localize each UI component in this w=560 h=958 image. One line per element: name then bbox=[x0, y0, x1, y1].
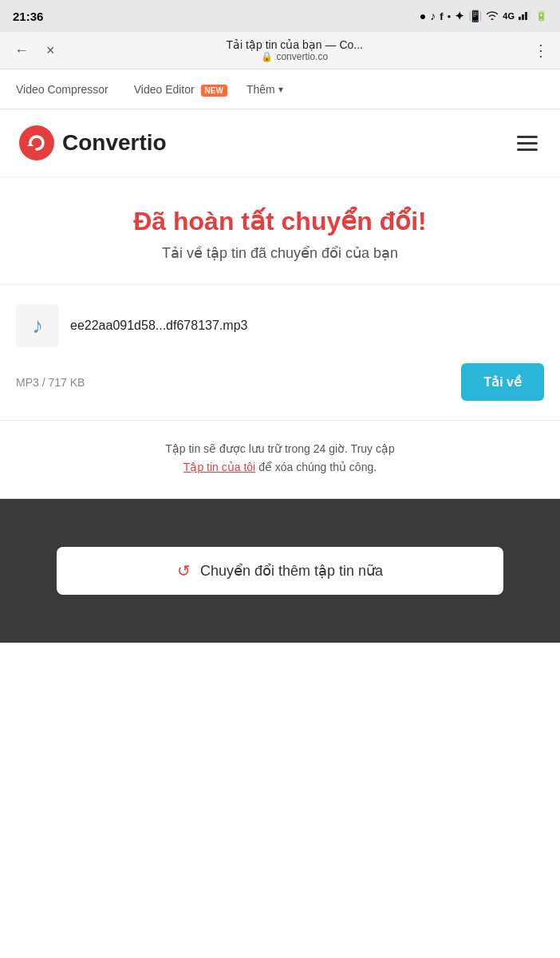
hero-section: Đã hoàn tất chuyển đổi! Tải về tập tin đ… bbox=[0, 177, 560, 285]
browser-url[interactable]: 🔒 convertio.co bbox=[261, 51, 328, 62]
hero-subtitle: Tải về tập tin đã chuyển đổi của bạn bbox=[19, 244, 541, 262]
svg-rect-0 bbox=[519, 17, 521, 20]
file-name: ee22aa091d58...df678137.mp3 bbox=[70, 319, 247, 333]
nav-video-editor-label: Video Editor bbox=[134, 83, 195, 96]
after-link-text: để xóa chúng thủ công. bbox=[258, 461, 377, 473]
status-time: 21:36 bbox=[13, 10, 43, 23]
svg-rect-2 bbox=[525, 12, 527, 20]
nav-item-video-compressor[interactable]: Video Compressor bbox=[13, 72, 121, 107]
hamburger-line-1 bbox=[517, 136, 538, 138]
back-button[interactable]: ← bbox=[10, 39, 34, 62]
hamburger-menu-button[interactable] bbox=[514, 133, 541, 154]
browser-bar: ← × Tải tập tin của bạn — Co... 🔒 conver… bbox=[0, 32, 560, 69]
file-meta: MP3 / 717 KB bbox=[16, 376, 85, 389]
battery-icon: 🔋 bbox=[535, 10, 547, 22]
logo-text: Convertio bbox=[62, 130, 167, 156]
signal-icon: ● bbox=[420, 10, 426, 22]
svg-rect-1 bbox=[522, 14, 524, 20]
nav-item-more[interactable]: Thêm ▾ bbox=[240, 72, 290, 107]
my-files-link[interactable]: Tập tin của tôi bbox=[183, 461, 255, 473]
download-button[interactable]: Tải về bbox=[461, 363, 544, 401]
dot-icon: ● bbox=[447, 13, 451, 20]
nav-video-compressor-label: Video Compressor bbox=[16, 83, 108, 96]
logo-bar: Convertio bbox=[0, 109, 560, 177]
info-text: Tập tin sẽ được lưu trữ trong 24 giờ. Tr… bbox=[19, 440, 541, 476]
new-badge: NEW bbox=[201, 85, 227, 97]
file-meta-row: MP3 / 717 KB Tải về bbox=[16, 363, 544, 401]
storage-text: Tập tin sẽ được lưu trữ trong 24 giờ. Tr… bbox=[165, 442, 395, 455]
status-bar: 21:36 ● ♪ f ● ✦ 📳 4G 🔋 bbox=[0, 0, 560, 32]
close-button[interactable]: × bbox=[41, 39, 60, 62]
url-text: convertio.co bbox=[276, 51, 328, 62]
convert-more-label: Chuyển đổi thêm tập tin nữa bbox=[200, 562, 383, 580]
facebook-icon: f bbox=[440, 10, 443, 22]
browser-address: Tải tập tin của bạn — Co... 🔒 convertio.… bbox=[68, 38, 522, 62]
info-section: Tập tin sẽ được lưu trữ trong 24 giờ. Tr… bbox=[0, 421, 560, 499]
refresh-icon: ↺ bbox=[177, 561, 191, 580]
chevron-down-icon: ▾ bbox=[278, 84, 283, 95]
svg-rect-3 bbox=[528, 10, 530, 20]
hero-title: Đã hoàn tất chuyển đổi! bbox=[19, 206, 541, 236]
nav-item-video-editor[interactable]: Video Editor NEW bbox=[121, 72, 240, 107]
wifi-icon bbox=[486, 10, 499, 22]
hamburger-line-3 bbox=[517, 148, 538, 151]
file-icon-box: ♪ bbox=[16, 304, 59, 347]
browser-menu-button[interactable]: ⋮ bbox=[530, 39, 550, 61]
4g-icon: 4G bbox=[503, 11, 515, 21]
file-section: ♪ ee22aa091d58...df678137.mp3 MP3 / 717 … bbox=[0, 285, 560, 421]
nav-bar: Video Compressor Video Editor NEW Thêm ▾ bbox=[0, 69, 560, 109]
footer-section: ↺ Chuyển đổi thêm tập tin nữa bbox=[0, 499, 560, 643]
hamburger-line-2 bbox=[517, 142, 538, 144]
music-icon: ♪ bbox=[430, 10, 436, 22]
status-left: 21:36 bbox=[13, 10, 43, 23]
convertio-logo-icon bbox=[19, 125, 54, 160]
browser-title: Tải tập tin của bạn — Co... bbox=[227, 38, 363, 51]
logo-area[interactable]: Convertio bbox=[19, 125, 167, 160]
status-icons: ● ♪ f ● ✦ 📳 4G 🔋 bbox=[420, 10, 547, 22]
file-row: ♪ ee22aa091d58...df678137.mp3 bbox=[16, 304, 544, 347]
svg-point-4 bbox=[19, 125, 54, 160]
nav-more-label: Thêm bbox=[246, 83, 275, 96]
vibrate-icon: 📳 bbox=[468, 10, 482, 22]
convert-more-button[interactable]: ↺ Chuyển đổi thêm tập tin nữa bbox=[57, 547, 503, 595]
signal-bars-icon bbox=[519, 10, 531, 22]
bluetooth-icon: ✦ bbox=[455, 10, 464, 22]
music-note-icon: ♪ bbox=[32, 313, 43, 338]
lock-icon: 🔒 bbox=[261, 51, 273, 62]
